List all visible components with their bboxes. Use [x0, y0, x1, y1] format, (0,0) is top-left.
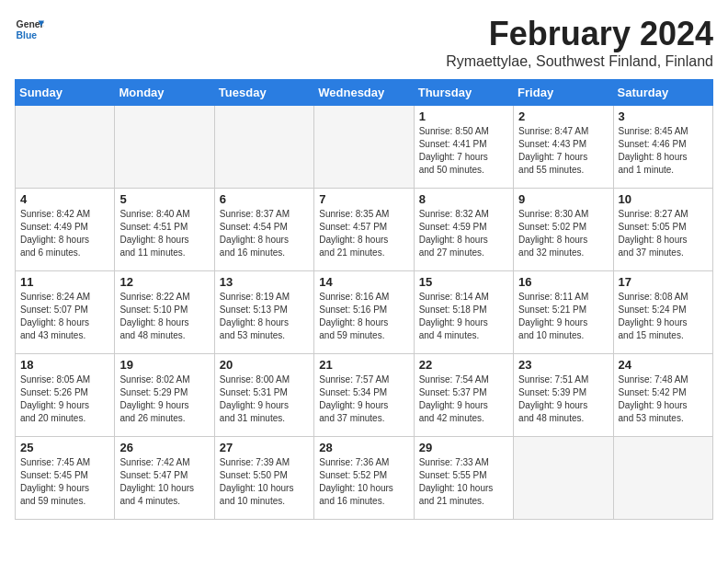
day-info: Sunrise: 7:39 AMSunset: 5:50 PMDaylight:…: [220, 456, 309, 508]
day-number: 11: [20, 275, 109, 289]
calendar-cell: 26Sunrise: 7:42 AMSunset: 5:47 PMDayligh…: [115, 437, 214, 520]
day-number: 24: [619, 358, 708, 372]
day-number: 13: [220, 275, 309, 289]
day-info: Sunrise: 8:47 AMSunset: 4:43 PMDaylight:…: [518, 125, 608, 177]
day-number: 19: [119, 358, 209, 372]
day-info: Sunrise: 7:54 AMSunset: 5:37 PMDaylight:…: [419, 373, 508, 425]
day-number: 26: [119, 441, 209, 454]
calendar-cell: 16Sunrise: 8:11 AMSunset: 5:21 PMDayligh…: [514, 271, 613, 354]
calendar-cell: [214, 106, 313, 189]
day-number: 12: [119, 275, 209, 289]
day-info: Sunrise: 8:11 AMSunset: 5:21 PMDaylight:…: [518, 291, 608, 342]
day-info: Sunrise: 8:27 AMSunset: 5:05 PMDaylight:…: [619, 208, 708, 259]
calendar: SundayMondayTuesdayWednesdayThursdayFrid…: [15, 79, 713, 520]
calendar-cell: 3Sunrise: 8:45 AMSunset: 4:46 PMDaylight…: [613, 106, 712, 189]
day-info: Sunrise: 8:32 AMSunset: 4:59 PMDaylight:…: [419, 208, 508, 259]
calendar-cell: 22Sunrise: 7:54 AMSunset: 5:37 PMDayligh…: [414, 354, 513, 437]
calendar-cell: 19Sunrise: 8:02 AMSunset: 5:29 PMDayligh…: [115, 354, 214, 437]
calendar-cell: 2Sunrise: 8:47 AMSunset: 4:43 PMDaylight…: [514, 106, 613, 189]
weekday-header-wednesday: Wednesday: [314, 80, 414, 106]
day-info: Sunrise: 8:00 AMSunset: 5:31 PMDaylight:…: [220, 373, 309, 425]
week-row-3: 18Sunrise: 8:05 AMSunset: 5:26 PMDayligh…: [16, 354, 713, 437]
calendar-cell: 7Sunrise: 8:35 AMSunset: 4:57 PMDaylight…: [314, 189, 414, 271]
day-number: 5: [119, 192, 209, 206]
weekday-header-sunday: Sunday: [16, 80, 115, 106]
week-row-4: 25Sunrise: 7:45 AMSunset: 5:45 PMDayligh…: [16, 437, 713, 520]
day-info: Sunrise: 7:48 AMSunset: 5:42 PMDaylight:…: [619, 373, 708, 425]
day-info: Sunrise: 8:35 AMSunset: 4:57 PMDaylight:…: [319, 208, 408, 259]
day-info: Sunrise: 7:36 AMSunset: 5:52 PMDaylight:…: [319, 456, 408, 508]
calendar-cell: 21Sunrise: 7:57 AMSunset: 5:34 PMDayligh…: [314, 354, 414, 437]
day-info: Sunrise: 7:42 AMSunset: 5:47 PMDaylight:…: [119, 456, 209, 508]
day-info: Sunrise: 8:14 AMSunset: 5:18 PMDaylight:…: [419, 291, 508, 342]
location: Rymaettylae, Southwest Finland, Finland: [446, 53, 713, 70]
calendar-cell: [613, 437, 712, 520]
day-number: 14: [319, 275, 408, 289]
calendar-cell: 10Sunrise: 8:27 AMSunset: 5:05 PMDayligh…: [613, 189, 712, 271]
calendar-cell: 1Sunrise: 8:50 AMSunset: 4:41 PMDaylight…: [414, 106, 513, 189]
calendar-cell: 17Sunrise: 8:08 AMSunset: 5:24 PMDayligh…: [613, 271, 712, 354]
logo-icon: General Blue: [15, 15, 44, 44]
calendar-cell: 4Sunrise: 8:42 AMSunset: 4:49 PMDaylight…: [16, 189, 115, 271]
calendar-cell: 11Sunrise: 8:24 AMSunset: 5:07 PMDayligh…: [16, 271, 115, 354]
day-number: 8: [419, 192, 508, 206]
calendar-cell: 8Sunrise: 8:32 AMSunset: 4:59 PMDaylight…: [414, 189, 513, 271]
calendar-cell: 27Sunrise: 7:39 AMSunset: 5:50 PMDayligh…: [214, 437, 313, 520]
day-number: 18: [20, 358, 109, 372]
weekday-header-thursday: Thursday: [414, 80, 513, 106]
day-number: 17: [619, 275, 708, 289]
day-info: Sunrise: 8:30 AMSunset: 5:02 PMDaylight:…: [518, 208, 608, 259]
weekday-header-saturday: Saturday: [613, 80, 712, 106]
day-info: Sunrise: 8:22 AMSunset: 5:10 PMDaylight:…: [119, 291, 209, 342]
week-row-1: 4Sunrise: 8:42 AMSunset: 4:49 PMDaylight…: [16, 189, 713, 271]
calendar-cell: [314, 106, 414, 189]
day-number: 15: [419, 275, 508, 289]
day-info: Sunrise: 8:19 AMSunset: 5:13 PMDaylight:…: [220, 291, 309, 342]
calendar-cell: 23Sunrise: 7:51 AMSunset: 5:39 PMDayligh…: [514, 354, 613, 437]
month-year: February 2024: [446, 15, 713, 53]
day-number: 9: [518, 192, 608, 206]
day-number: 29: [419, 441, 508, 454]
calendar-cell: [115, 106, 214, 189]
day-number: 28: [319, 441, 408, 454]
header: General Blue February 2024 Rymaettylae, …: [15, 15, 713, 70]
weekday-header-monday: Monday: [115, 80, 214, 106]
day-number: 2: [518, 109, 608, 123]
calendar-cell: 28Sunrise: 7:36 AMSunset: 5:52 PMDayligh…: [314, 437, 414, 520]
calendar-cell: [514, 437, 613, 520]
calendar-cell: [16, 106, 115, 189]
day-number: 7: [319, 192, 408, 206]
day-info: Sunrise: 8:50 AMSunset: 4:41 PMDaylight:…: [419, 125, 508, 177]
week-row-2: 11Sunrise: 8:24 AMSunset: 5:07 PMDayligh…: [16, 271, 713, 354]
day-number: 21: [319, 358, 408, 372]
title-area: February 2024 Rymaettylae, Southwest Fin…: [446, 15, 713, 70]
day-number: 23: [518, 358, 608, 372]
calendar-cell: 12Sunrise: 8:22 AMSunset: 5:10 PMDayligh…: [115, 271, 214, 354]
weekday-header-row: SundayMondayTuesdayWednesdayThursdayFrid…: [16, 80, 713, 106]
calendar-cell: 20Sunrise: 8:00 AMSunset: 5:31 PMDayligh…: [214, 354, 313, 437]
day-number: 20: [220, 358, 309, 372]
day-info: Sunrise: 8:02 AMSunset: 5:29 PMDaylight:…: [119, 373, 209, 425]
day-info: Sunrise: 7:45 AMSunset: 5:45 PMDaylight:…: [20, 456, 109, 508]
calendar-cell: 6Sunrise: 8:37 AMSunset: 4:54 PMDaylight…: [214, 189, 313, 271]
calendar-cell: 14Sunrise: 8:16 AMSunset: 5:16 PMDayligh…: [314, 271, 414, 354]
week-row-0: 1Sunrise: 8:50 AMSunset: 4:41 PMDaylight…: [16, 106, 713, 189]
day-info: Sunrise: 8:45 AMSunset: 4:46 PMDaylight:…: [619, 125, 708, 177]
day-number: 6: [220, 192, 309, 206]
weekday-header-friday: Friday: [514, 80, 613, 106]
day-info: Sunrise: 8:42 AMSunset: 4:49 PMDaylight:…: [20, 208, 109, 259]
weekday-header-tuesday: Tuesday: [214, 80, 313, 106]
day-info: Sunrise: 8:08 AMSunset: 5:24 PMDaylight:…: [619, 291, 708, 342]
day-info: Sunrise: 7:57 AMSunset: 5:34 PMDaylight:…: [319, 373, 408, 425]
calendar-cell: 25Sunrise: 7:45 AMSunset: 5:45 PMDayligh…: [16, 437, 115, 520]
day-number: 10: [619, 192, 708, 206]
calendar-cell: 15Sunrise: 8:14 AMSunset: 5:18 PMDayligh…: [414, 271, 513, 354]
calendar-cell: 18Sunrise: 8:05 AMSunset: 5:26 PMDayligh…: [16, 354, 115, 437]
day-number: 25: [20, 441, 109, 454]
day-info: Sunrise: 8:05 AMSunset: 5:26 PMDaylight:…: [20, 373, 109, 425]
day-number: 1: [419, 109, 508, 123]
calendar-cell: 5Sunrise: 8:40 AMSunset: 4:51 PMDaylight…: [115, 189, 214, 271]
logo: General Blue: [15, 15, 44, 44]
calendar-cell: 13Sunrise: 8:19 AMSunset: 5:13 PMDayligh…: [214, 271, 313, 354]
day-info: Sunrise: 8:37 AMSunset: 4:54 PMDaylight:…: [220, 208, 309, 259]
